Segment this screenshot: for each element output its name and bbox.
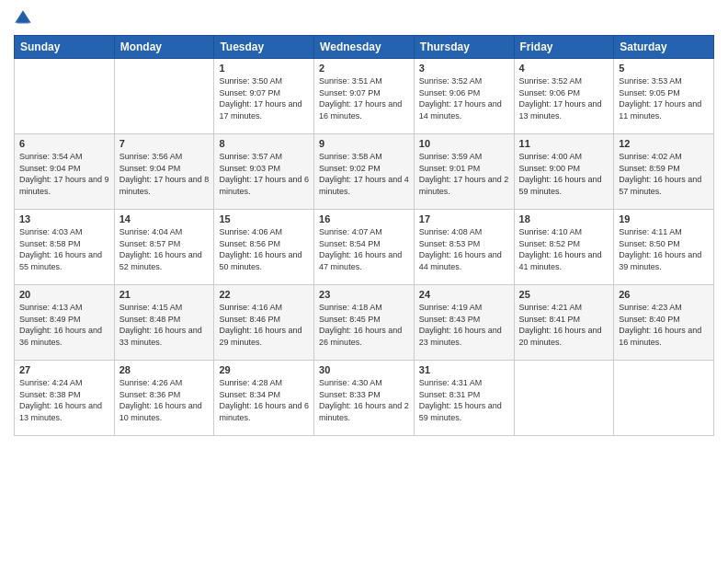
day-number: 21	[119, 289, 210, 300]
calendar-cell: 20Sunrise: 4:13 AM Sunset: 8:49 PM Dayli…	[15, 285, 115, 361]
calendar-cell: 25Sunrise: 4:21 AM Sunset: 8:41 PM Dayli…	[514, 285, 614, 361]
calendar-cell: 29Sunrise: 4:28 AM Sunset: 8:34 PM Dayli…	[214, 361, 314, 436]
calendar-cell: 3Sunrise: 3:52 AM Sunset: 9:06 PM Daylig…	[414, 59, 514, 134]
calendar-cell: 7Sunrise: 3:56 AM Sunset: 9:04 PM Daylig…	[114, 134, 214, 210]
calendar-cell: 10Sunrise: 3:59 AM Sunset: 9:01 PM Dayli…	[414, 134, 514, 210]
day-number: 23	[319, 289, 409, 300]
day-info: Sunrise: 4:23 AM Sunset: 8:40 PM Dayligh…	[619, 302, 709, 348]
day-info: Sunrise: 3:51 AM Sunset: 9:07 PM Dayligh…	[319, 75, 409, 121]
day-info: Sunrise: 3:50 AM Sunset: 9:07 PM Dayligh…	[219, 75, 309, 121]
day-info: Sunrise: 3:57 AM Sunset: 9:03 PM Dayligh…	[219, 151, 309, 197]
calendar-cell: 15Sunrise: 4:06 AM Sunset: 8:56 PM Dayli…	[214, 210, 314, 285]
calendar-cell: 4Sunrise: 3:52 AM Sunset: 9:06 PM Daylig…	[514, 59, 614, 134]
calendar-cell: 9Sunrise: 3:58 AM Sunset: 9:02 PM Daylig…	[314, 134, 415, 210]
calendar-cell: 16Sunrise: 4:07 AM Sunset: 8:54 PM Dayli…	[314, 210, 415, 285]
weekday-header-friday: Friday	[514, 36, 614, 59]
calendar-cell: 26Sunrise: 4:23 AM Sunset: 8:40 PM Dayli…	[614, 285, 714, 361]
day-number: 29	[219, 364, 309, 375]
weekday-header-sunday: Sunday	[15, 36, 115, 59]
day-number: 16	[319, 213, 409, 224]
calendar-cell: 31Sunrise: 4:31 AM Sunset: 8:31 PM Dayli…	[414, 361, 514, 436]
weekday-header-row: SundayMondayTuesdayWednesdayThursdayFrid…	[15, 36, 714, 59]
day-info: Sunrise: 3:52 AM Sunset: 9:06 PM Dayligh…	[519, 75, 609, 121]
calendar-cell: 28Sunrise: 4:26 AM Sunset: 8:36 PM Dayli…	[114, 361, 214, 436]
day-number: 3	[419, 63, 509, 74]
day-number: 8	[219, 138, 309, 149]
day-info: Sunrise: 3:59 AM Sunset: 9:01 PM Dayligh…	[419, 151, 509, 197]
calendar-cell: 13Sunrise: 4:03 AM Sunset: 8:58 PM Dayli…	[15, 210, 115, 285]
day-info: Sunrise: 3:58 AM Sunset: 9:02 PM Dayligh…	[319, 151, 409, 197]
weekday-header-wednesday: Wednesday	[314, 36, 415, 59]
day-info: Sunrise: 3:54 AM Sunset: 9:04 PM Dayligh…	[19, 151, 109, 197]
calendar-cell: 8Sunrise: 3:57 AM Sunset: 9:03 PM Daylig…	[214, 134, 314, 210]
day-number: 11	[519, 138, 609, 149]
calendar-cell: 19Sunrise: 4:11 AM Sunset: 8:50 PM Dayli…	[614, 210, 714, 285]
day-info: Sunrise: 4:10 AM Sunset: 8:52 PM Dayligh…	[519, 226, 609, 272]
day-number: 9	[319, 138, 409, 149]
calendar-cell: 11Sunrise: 4:00 AM Sunset: 9:00 PM Dayli…	[514, 134, 614, 210]
calendar-cell	[15, 59, 115, 134]
day-number: 25	[519, 289, 609, 300]
day-info: Sunrise: 4:03 AM Sunset: 8:58 PM Dayligh…	[19, 226, 109, 272]
day-number: 30	[319, 364, 409, 375]
calendar-cell	[114, 59, 214, 134]
weekday-header-thursday: Thursday	[414, 36, 514, 59]
calendar-cell: 23Sunrise: 4:18 AM Sunset: 8:45 PM Dayli…	[314, 285, 415, 361]
day-info: Sunrise: 4:06 AM Sunset: 8:56 PM Dayligh…	[219, 226, 309, 272]
calendar-cell: 12Sunrise: 4:02 AM Sunset: 8:59 PM Dayli…	[614, 134, 714, 210]
header	[14, 9, 714, 28]
day-info: Sunrise: 4:15 AM Sunset: 8:48 PM Dayligh…	[119, 302, 210, 348]
day-number: 6	[19, 138, 109, 149]
day-number: 4	[519, 63, 609, 74]
week-row-1: 1Sunrise: 3:50 AM Sunset: 9:07 PM Daylig…	[15, 59, 714, 134]
calendar-cell	[614, 361, 714, 436]
calendar-cell: 27Sunrise: 4:24 AM Sunset: 8:38 PM Dayli…	[15, 361, 115, 436]
day-number: 14	[119, 213, 210, 224]
day-number: 19	[619, 213, 709, 224]
calendar: SundayMondayTuesdayWednesdayThursdayFrid…	[14, 35, 714, 436]
day-number: 27	[19, 364, 109, 375]
day-info: Sunrise: 4:04 AM Sunset: 8:57 PM Dayligh…	[119, 226, 210, 272]
day-number: 18	[519, 213, 609, 224]
day-info: Sunrise: 3:52 AM Sunset: 9:06 PM Dayligh…	[419, 75, 509, 121]
day-info: Sunrise: 4:21 AM Sunset: 8:41 PM Dayligh…	[519, 302, 609, 348]
day-info: Sunrise: 4:28 AM Sunset: 8:34 PM Dayligh…	[219, 377, 309, 423]
weekday-header-monday: Monday	[114, 36, 214, 59]
day-number: 7	[119, 138, 210, 149]
day-info: Sunrise: 3:53 AM Sunset: 9:05 PM Dayligh…	[619, 75, 709, 121]
day-number: 2	[319, 63, 409, 74]
day-info: Sunrise: 4:07 AM Sunset: 8:54 PM Dayligh…	[319, 226, 409, 272]
day-number: 28	[119, 364, 210, 375]
calendar-cell	[514, 361, 614, 436]
calendar-cell: 21Sunrise: 4:15 AM Sunset: 8:48 PM Dayli…	[114, 285, 214, 361]
day-number: 24	[419, 289, 509, 300]
page: SundayMondayTuesdayWednesdayThursdayFrid…	[0, 0, 728, 563]
week-row-2: 6Sunrise: 3:54 AM Sunset: 9:04 PM Daylig…	[15, 134, 714, 210]
day-number: 15	[219, 213, 309, 224]
day-info: Sunrise: 4:24 AM Sunset: 8:38 PM Dayligh…	[19, 377, 109, 423]
calendar-cell: 24Sunrise: 4:19 AM Sunset: 8:43 PM Dayli…	[414, 285, 514, 361]
day-number: 5	[619, 63, 709, 74]
weekday-header-saturday: Saturday	[614, 36, 714, 59]
calendar-cell: 18Sunrise: 4:10 AM Sunset: 8:52 PM Dayli…	[514, 210, 614, 285]
calendar-cell: 17Sunrise: 4:08 AM Sunset: 8:53 PM Dayli…	[414, 210, 514, 285]
calendar-cell: 14Sunrise: 4:04 AM Sunset: 8:57 PM Dayli…	[114, 210, 214, 285]
day-info: Sunrise: 3:56 AM Sunset: 9:04 PM Dayligh…	[119, 151, 210, 197]
day-info: Sunrise: 4:31 AM Sunset: 8:31 PM Dayligh…	[419, 377, 509, 423]
week-row-5: 27Sunrise: 4:24 AM Sunset: 8:38 PM Dayli…	[15, 361, 714, 436]
day-info: Sunrise: 4:13 AM Sunset: 8:49 PM Dayligh…	[19, 302, 109, 348]
day-number: 22	[219, 289, 309, 300]
day-info: Sunrise: 4:19 AM Sunset: 8:43 PM Dayligh…	[419, 302, 509, 348]
calendar-cell: 1Sunrise: 3:50 AM Sunset: 9:07 PM Daylig…	[214, 59, 314, 134]
day-number: 10	[419, 138, 509, 149]
day-info: Sunrise: 4:26 AM Sunset: 8:36 PM Dayligh…	[119, 377, 210, 423]
day-number: 20	[19, 289, 109, 300]
day-number: 1	[219, 63, 309, 74]
week-row-3: 13Sunrise: 4:03 AM Sunset: 8:58 PM Dayli…	[15, 210, 714, 285]
weekday-header-tuesday: Tuesday	[214, 36, 314, 59]
day-info: Sunrise: 4:18 AM Sunset: 8:45 PM Dayligh…	[319, 302, 409, 348]
logo-icon	[14, 9, 32, 28]
day-number: 31	[419, 364, 509, 375]
day-number: 13	[19, 213, 109, 224]
day-info: Sunrise: 4:08 AM Sunset: 8:53 PM Dayligh…	[419, 226, 509, 272]
